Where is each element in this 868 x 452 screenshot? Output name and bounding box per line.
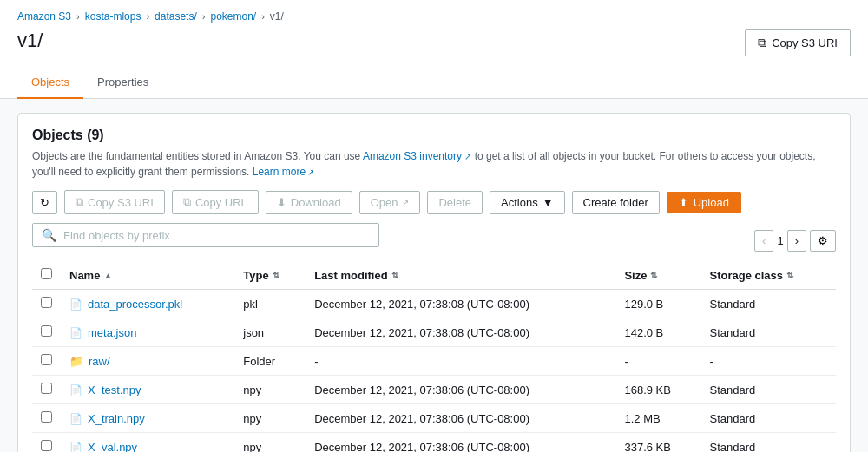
inventory-link[interactable]: Amazon S3 inventory ↗	[363, 150, 471, 162]
breadcrumb-amazon-s3[interactable]: Amazon S3	[17, 10, 71, 23]
objects-card: Objects (9) Objects are the fundamental …	[17, 113, 851, 452]
create-folder-button[interactable]: Create folder	[572, 191, 660, 214]
row-checkbox-2[interactable]	[41, 354, 52, 365]
row-name-1: 📄meta.json	[61, 318, 234, 347]
search-icon: 🔍	[42, 228, 56, 242]
storage-class-sort-icon: ⇅	[786, 271, 793, 280]
file-icon: 📄	[69, 413, 82, 425]
row-checkbox-0[interactable]	[41, 297, 52, 308]
row-checkbox-cell[interactable]	[32, 376, 61, 404]
table-row: 📄X_test.npy npy December 12, 2021, 07:38…	[32, 376, 836, 404]
copy-url-label: Copy URL	[195, 196, 247, 209]
row-last-modified-2: -	[306, 347, 615, 376]
table-controls: ‹ 1 › ⚙	[754, 230, 836, 252]
row-checkbox-cell[interactable]	[32, 433, 61, 453]
search-bar: 🔍	[32, 223, 379, 247]
search-input[interactable]	[63, 229, 370, 242]
row-checkbox-cell[interactable]	[32, 290, 61, 318]
row-name-link-1[interactable]: meta.json	[88, 326, 136, 339]
row-checkbox-5[interactable]	[41, 440, 52, 451]
col-name[interactable]: Name ▲	[61, 261, 234, 290]
row-storage-class-0: Standard	[701, 290, 837, 318]
delete-button[interactable]: Delete	[427, 191, 483, 214]
page-title: v1/	[17, 29, 43, 52]
row-size-5: 337.6 KB	[615, 433, 700, 453]
select-all-checkbox[interactable]	[41, 268, 52, 279]
row-storage-class-4: Standard	[701, 404, 837, 433]
folder-icon: 📁	[69, 355, 83, 368]
pagination-next-button[interactable]: ›	[787, 230, 806, 252]
row-last-modified-0: December 12, 2021, 07:38:08 (UTC-08:00)	[306, 290, 615, 318]
row-name-link-3[interactable]: X_test.npy	[88, 383, 141, 396]
row-checkbox-4[interactable]	[41, 411, 52, 423]
row-name-link-0[interactable]: data_processor.pkl	[88, 298, 182, 311]
table-top: 🔍 ‹ 1 › ⚙	[32, 223, 836, 258]
pagination-page: 1	[777, 234, 783, 247]
select-all-header[interactable]	[32, 261, 61, 290]
row-last-modified-5: December 12, 2021, 07:38:06 (UTC-08:00)	[306, 433, 615, 453]
row-type-1: json	[234, 318, 306, 347]
download-icon: ⬇	[277, 196, 286, 209]
row-size-3: 168.9 KB	[615, 376, 700, 404]
table-row: 📁raw/ Folder - - -	[32, 347, 836, 376]
breadcrumb-datasets[interactable]: datasets/	[155, 10, 197, 23]
tabs: Objects Properties	[0, 67, 868, 99]
row-name-link-4[interactable]: X_train.npy	[88, 412, 145, 425]
upload-icon: ⬆	[679, 196, 688, 209]
pagination-prev-button[interactable]: ‹	[754, 230, 773, 252]
objects-desc-text1: Objects are the fundamental entities sto…	[32, 150, 363, 162]
tab-objects[interactable]: Objects	[17, 67, 83, 99]
row-checkbox-cell[interactable]	[32, 318, 61, 347]
copy-s3-uri-button[interactable]: ⧉ Copy S3 URI	[64, 190, 165, 214]
row-size-4: 1.2 MB	[615, 404, 700, 433]
tab-properties[interactable]: Properties	[83, 67, 162, 99]
row-storage-class-5: Standard	[701, 433, 837, 453]
row-last-modified-1: December 12, 2021, 07:38:08 (UTC-08:00)	[306, 318, 615, 347]
size-sort-icon: ⇅	[650, 271, 657, 280]
col-storage-class[interactable]: Storage class ⇅	[701, 261, 837, 290]
row-storage-class-2: -	[701, 347, 837, 376]
row-name-link-2[interactable]: raw/	[89, 355, 110, 368]
row-last-modified-3: December 12, 2021, 07:38:06 (UTC-08:00)	[306, 376, 615, 404]
col-type[interactable]: Type ⇅	[234, 261, 306, 290]
copy-icon: ⧉	[758, 36, 766, 50]
row-type-2: Folder	[234, 347, 306, 376]
main-content: Objects (9) Objects are the fundamental …	[0, 99, 868, 452]
copy-url-icon: ⧉	[183, 195, 191, 209]
open-label: Open	[371, 196, 398, 209]
row-checkbox-cell[interactable]	[32, 347, 61, 376]
breadcrumb-sep-2: ›	[146, 11, 149, 22]
toolbar: ↻ ⧉ Copy S3 URI ⧉ Copy URL ⬇ Download Op…	[32, 190, 836, 214]
refresh-button[interactable]: ↻	[32, 191, 57, 214]
row-name-link-5[interactable]: X_val.npy	[88, 441, 137, 453]
copy-url-button[interactable]: ⧉ Copy URL	[172, 190, 259, 214]
table-settings-button[interactable]: ⚙	[810, 230, 836, 252]
breadcrumb-sep-4: ›	[261, 11, 265, 22]
row-type-3: npy	[234, 376, 306, 404]
upload-label: Upload	[694, 196, 729, 209]
actions-chevron-icon: ▼	[542, 196, 554, 209]
row-checkbox-3[interactable]	[41, 383, 52, 394]
row-checkbox-cell[interactable]	[32, 404, 61, 433]
table-row: 📄X_train.npy npy December 12, 2021, 07:3…	[32, 404, 836, 433]
objects-header: Objects (9) Objects are the fundamental …	[32, 128, 836, 180]
row-checkbox-1[interactable]	[41, 325, 52, 337]
download-button[interactable]: ⬇ Download	[266, 191, 352, 214]
type-sort-icon: ⇅	[273, 271, 279, 280]
col-last-modified[interactable]: Last modified ⇅	[306, 261, 615, 290]
external-link-icon: ↗	[464, 152, 471, 161]
learn-more-link[interactable]: Learn more ↗	[253, 164, 314, 180]
breadcrumb-v1: v1/	[270, 10, 284, 23]
create-folder-label: Create folder	[583, 196, 648, 209]
row-last-modified-4: December 12, 2021, 07:38:06 (UTC-08:00)	[306, 404, 615, 433]
header-copy-s3-uri-button[interactable]: ⧉ Copy S3 URI	[745, 29, 851, 56]
breadcrumb-pokemon[interactable]: pokemon/	[210, 10, 256, 23]
copy-s3-uri-icon: ⧉	[76, 195, 83, 209]
breadcrumb-kosta-mlops[interactable]: kosta-mlops	[85, 10, 141, 23]
col-size[interactable]: Size ⇅	[615, 261, 700, 290]
file-icon: 📄	[69, 327, 82, 339]
actions-button[interactable]: Actions ▼	[490, 191, 565, 214]
breadcrumb-sep-3: ›	[202, 11, 206, 22]
open-button[interactable]: Open ↗	[359, 191, 421, 214]
upload-button[interactable]: ⬆ Upload	[667, 192, 741, 213]
